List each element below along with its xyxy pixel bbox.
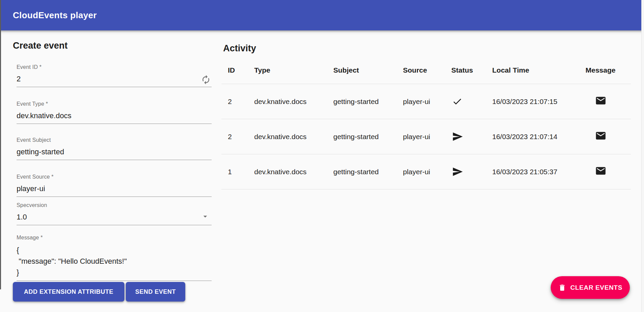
message-label: Message * <box>17 235 212 241</box>
message-textarea[interactable]: { "message": "Hello CloudEvents!" } <box>17 244 212 281</box>
email-icon[interactable] <box>595 130 606 141</box>
app-title: CloudEvents player <box>13 0 97 30</box>
activity-table: ID Type Subject Source Status Local Time… <box>221 57 631 189</box>
event-type-label: Event Type * <box>17 101 212 107</box>
cell-local-time: 16/03/2023 21:07:15 <box>492 98 586 106</box>
chevron-down-icon[interactable] <box>201 212 210 221</box>
table-row[interactable]: 2 dev.knative.docs getting-started playe… <box>221 84 631 119</box>
event-id-label: Event ID * <box>17 64 212 70</box>
event-subject-field[interactable]: Event Subject getting-started <box>17 137 212 160</box>
specversion-select[interactable]: 1.0 <box>17 212 212 225</box>
add-extension-attribute-button[interactable]: ADD EXTENSION ATTRIBUTE <box>13 282 124 302</box>
send-event-button[interactable]: SEND EVENT <box>126 282 185 302</box>
trash-icon <box>558 284 566 292</box>
event-subject-input[interactable]: getting-started <box>17 147 212 160</box>
message-field[interactable]: Message * { "message": "Hello CloudEvent… <box>17 235 212 281</box>
cell-id: 1 <box>228 168 254 176</box>
event-id-field[interactable]: Event ID * 2 <box>17 64 212 87</box>
form-button-row: ADD EXTENSION ATTRIBUTE SEND EVENT <box>13 282 185 302</box>
send-icon <box>451 166 492 177</box>
column-header-status: Status <box>451 66 492 74</box>
event-source-field[interactable]: Event Source * player-ui <box>17 174 212 197</box>
column-header-type: Type <box>254 66 333 74</box>
specversion-label: Specversion <box>17 202 212 208</box>
vertical-scrollbar[interactable] <box>641 0 644 312</box>
event-type-field[interactable]: Event Type * dev.knative.docs <box>17 101 212 124</box>
clear-events-label: CLEAR EVENTS <box>570 284 622 291</box>
column-header-subject: Subject <box>333 66 403 74</box>
activity-heading: Activity <box>223 43 256 54</box>
create-event-panel: Create event Event ID * 2 Event Type * d… <box>13 38 213 305</box>
cell-type: dev.knative.docs <box>254 168 333 176</box>
clear-events-button[interactable]: CLEAR EVENTS <box>551 276 630 299</box>
table-row[interactable]: 1 dev.knative.docs getting-started playe… <box>221 154 631 189</box>
column-header-id: ID <box>228 66 254 74</box>
event-type-input[interactable]: dev.knative.docs <box>17 111 212 124</box>
autorenew-icon[interactable] <box>201 75 211 85</box>
cell-type: dev.knative.docs <box>254 98 333 106</box>
cell-type: dev.knative.docs <box>254 133 333 141</box>
cell-local-time: 16/03/2023 21:05:37 <box>492 168 586 176</box>
cell-source: player-ui <box>403 133 451 141</box>
cell-subject: getting-started <box>333 168 403 176</box>
email-icon[interactable] <box>595 165 606 177</box>
create-event-heading: Create event <box>13 41 68 51</box>
table-row[interactable]: 2 dev.knative.docs getting-started playe… <box>221 119 631 154</box>
event-id-input[interactable]: 2 <box>17 74 212 87</box>
check-icon <box>451 96 492 107</box>
cell-id: 2 <box>228 98 254 106</box>
cell-subject: getting-started <box>333 133 403 141</box>
event-subject-label: Event Subject <box>17 137 212 143</box>
cell-local-time: 16/03/2023 21:07:14 <box>492 133 586 141</box>
cell-source: player-ui <box>403 98 451 106</box>
cell-source: player-ui <box>403 168 451 176</box>
column-header-local-time: Local Time <box>492 66 586 74</box>
event-source-input[interactable]: player-ui <box>17 184 212 197</box>
cell-subject: getting-started <box>333 98 403 106</box>
cell-id: 2 <box>228 133 254 141</box>
event-source-label: Event Source * <box>17 174 212 180</box>
send-icon <box>451 131 492 142</box>
window-left-edge <box>0 0 1 289</box>
column-header-source: Source <box>403 66 451 74</box>
app-bar: CloudEvents player <box>0 0 644 30</box>
email-icon[interactable] <box>595 95 606 106</box>
table-header-row: ID Type Subject Source Status Local Time… <box>221 57 631 84</box>
column-header-message: Message <box>586 66 631 74</box>
specversion-field[interactable]: Specversion 1.0 <box>17 202 212 225</box>
